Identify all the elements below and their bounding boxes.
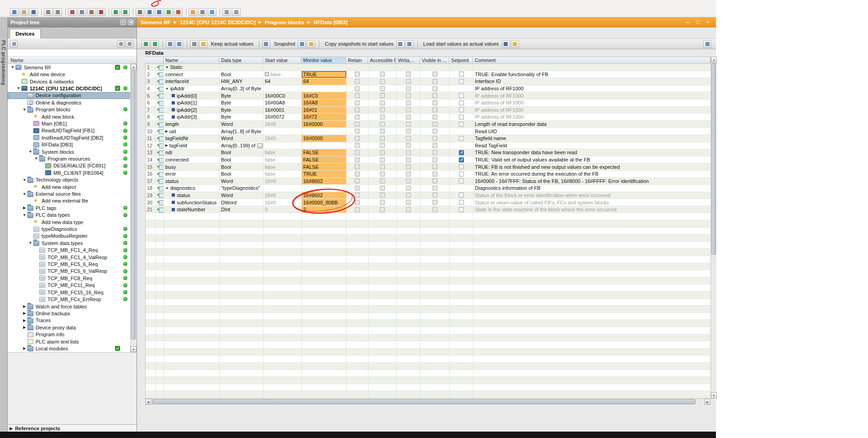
tree-item-add-new-device[interactable]: Add new device — [8, 71, 131, 78]
checkbox[interactable] — [459, 136, 464, 141]
tree-item-rfdata-db3[interactable]: RFData [DB3] — [8, 141, 131, 148]
cell-data-type[interactable]: DWord — [220, 199, 263, 206]
scroll-right-icon[interactable]: ▶ — [705, 399, 710, 405]
checkbox[interactable] — [406, 129, 411, 134]
expand-down-icon[interactable]: ▼ — [22, 192, 27, 196]
checkbox[interactable] — [355, 207, 360, 212]
reset-start-values-icon[interactable] — [166, 40, 174, 48]
table-row-uid[interactable]: 10▶uidArray[1..8] of ByteRead UID — [146, 128, 710, 135]
checkbox[interactable] — [380, 207, 385, 212]
checkbox[interactable] — [432, 164, 437, 169]
cell-start-value[interactable]: false — [263, 171, 302, 177]
checkbox[interactable] — [432, 79, 437, 84]
checkbox[interactable] — [355, 186, 360, 191]
tree-scrollbar-thumb[interactable] — [131, 70, 136, 339]
cell-data-type[interactable]: Byte — [220, 114, 263, 120]
table-row-error[interactable]: 16errorBoolfalseTRUETRUE: An error occur… — [146, 171, 710, 178]
copy-all-to-start-icon[interactable] — [396, 40, 405, 48]
pin-icon[interactable]: ▪ — [120, 20, 126, 25]
reference-projects-bar[interactable]: ▶ Reference projects — [8, 424, 137, 432]
toolbar-button-keep-actual-values[interactable]: Keep actual values — [208, 40, 256, 47]
checkbox[interactable] — [355, 164, 360, 169]
table-row-ipaddr-1[interactable]: 6ipAddr[1]Byte16#00A816#A8IP address of … — [146, 99, 710, 107]
tree-item-system-blocks[interactable]: ▼System blocks — [8, 148, 131, 155]
cell-name[interactable]: subfunctionStatus — [164, 199, 220, 206]
save-project-icon[interactable] — [29, 8, 38, 16]
add-row-icon[interactable] — [151, 40, 159, 48]
cell-data-type[interactable]: "typeDiagnostics" — [220, 185, 263, 192]
cell-start-value[interactable]: 16#0072 — [263, 114, 302, 120]
table-vertical-scrollbar[interactable]: ▲ ▼ — [710, 57, 716, 398]
table-row-ndr[interactable]: 13ndrBoolfalseFALSETRUE: New transponder… — [146, 149, 710, 156]
tree-item-devices-networks[interactable]: Devices & networks — [8, 78, 131, 85]
cell-name[interactable]: tagFieldNr — [164, 135, 220, 142]
cell-data-type[interactable]: Bool — [220, 149, 263, 156]
tree-item-program-resources[interactable]: ▼Program resources — [8, 155, 131, 162]
datatype-selector-button[interactable]: … — [257, 143, 263, 148]
cell-name[interactable]: ipAddr[2] — [164, 107, 220, 114]
apply-snapshot-icon[interactable] — [307, 40, 315, 48]
cell-comment[interactable]: Status or return value of called FB's, F… — [473, 199, 710, 206]
checkbox[interactable] — [432, 86, 437, 91]
restore-button[interactable]: □ — [693, 19, 702, 26]
scroll-up-icon[interactable]: ▲ — [711, 57, 717, 63]
monitor-all-icon[interactable] — [199, 40, 207, 48]
checkbox[interactable] — [432, 122, 437, 127]
scroll-left-icon[interactable]: ◀ — [145, 399, 151, 405]
checkbox[interactable] — [355, 79, 360, 84]
cell-comment[interactable]: IP address of RF1000 — [473, 99, 710, 106]
tree-item-tcp-mb-fc1-4-req[interactable]: TCP_MB_FC1_4_Req — [8, 247, 131, 254]
print-preview-icon[interactable] — [53, 8, 62, 16]
upload-from-device-icon[interactable] — [155, 8, 163, 16]
checkbox[interactable] — [355, 115, 360, 120]
cell-name[interactable]: ▼Static — [164, 64, 220, 71]
checkbox[interactable] — [432, 186, 437, 191]
tree-item-tcp-mb-fc8-req[interactable]: TCP_MB_FC8_Req — [8, 275, 131, 282]
cell-comment[interactable]: Read UID — [473, 128, 710, 135]
tree-item-siemens-rf[interactable]: ▼Siemens RF✓ — [8, 64, 131, 71]
tree-item-watch-and-force-tables[interactable]: ▶Watch and force tables — [8, 303, 131, 310]
table-row-ipaddr[interactable]: 4▼ipAddrArray[0..3] of ByteIP address of… — [146, 85, 710, 93]
stop-cpu-icon[interactable] — [174, 8, 183, 16]
expand-right-icon[interactable]: ▶ — [22, 206, 27, 210]
checkbox[interactable] — [406, 157, 411, 162]
tree-item-main-ob1[interactable]: Main [OB1] — [8, 120, 131, 127]
cell-monitor-value[interactable]: 16#0000_80BB — [302, 199, 347, 206]
cut-icon[interactable] — [68, 8, 77, 16]
cell-start-value[interactable]: 16#0 — [263, 199, 302, 206]
table-row-status[interactable]: 19statusWord16#016#8602Status of the Blo… — [146, 192, 710, 199]
cell-name[interactable]: interfaceId — [164, 78, 220, 85]
checkbox[interactable] — [380, 136, 385, 141]
new-project-icon[interactable] — [10, 8, 19, 16]
checkbox[interactable] — [380, 150, 385, 155]
checkbox[interactable] — [432, 172, 437, 177]
cell-name[interactable]: error — [164, 171, 220, 177]
cell-start-value[interactable]: false — [263, 71, 302, 78]
checkbox[interactable] — [406, 93, 411, 98]
breadcrumb-item-rfdata-db3[interactable]: RFData [DB3] — [314, 20, 347, 25]
tree-item-tcp-mb-fc5-6-req[interactable]: TCP_MB_FC5_6_Req — [8, 261, 131, 267]
tree-item-online-backups[interactable]: ▶Online backups — [8, 310, 131, 317]
checkbox[interactable] — [355, 86, 360, 91]
tree-item-online-diagnostics[interactable]: Online & diagnostics — [8, 99, 131, 106]
checkbox[interactable] — [380, 172, 385, 177]
side-tab-strip[interactable]: PLC programming — [0, 17, 8, 432]
checkbox[interactable] — [406, 193, 411, 198]
undo-icon[interactable] — [111, 8, 120, 16]
cell-comment[interactable]: State in the state machine of the block … — [473, 206, 710, 213]
checkbox[interactable] — [432, 207, 437, 212]
tree-item-technology-objects[interactable]: ▼Technology objects — [8, 177, 131, 183]
cell-data-type[interactable]: Bool — [220, 171, 263, 177]
scroll-down-icon[interactable]: ▼ — [131, 346, 137, 352]
online-diagnostics-icon[interactable] — [208, 8, 216, 16]
cell-monitor-value[interactable]: 16#A8 — [302, 99, 347, 106]
cell-name[interactable]: ▶tagField — [164, 142, 220, 149]
tree-item-instreaduidtagfield-db2[interactable]: InstReadUIDTagField [DB2] — [8, 134, 131, 141]
tree-item-add-new-block[interactable]: Add new block — [8, 113, 131, 120]
cell-comment[interactable]: Diagnostics information of FB — [473, 185, 710, 192]
cell-monitor-value[interactable] — [302, 85, 347, 92]
checkbox[interactable] — [459, 72, 464, 77]
cell-data-type[interactable]: Bool — [220, 71, 263, 78]
checkbox[interactable] — [406, 178, 411, 183]
checkbox[interactable] — [355, 200, 360, 205]
